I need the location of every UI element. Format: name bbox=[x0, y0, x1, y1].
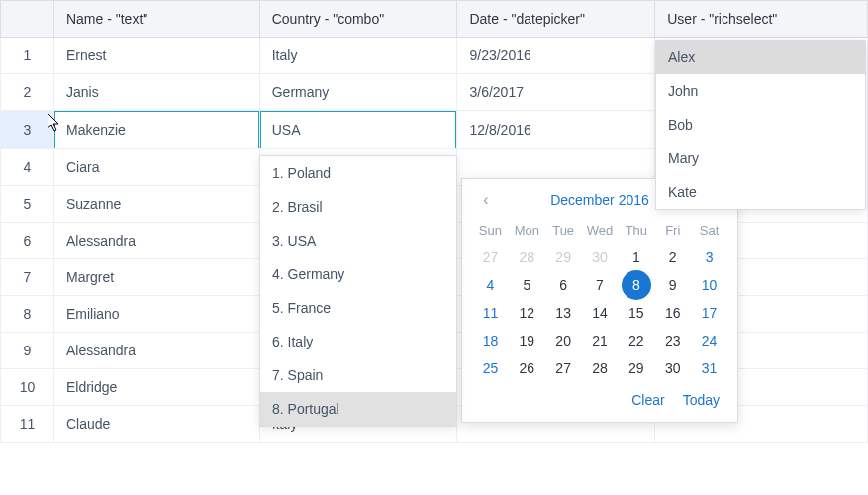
day-head: Wed bbox=[582, 217, 619, 244]
richselect-option[interactable]: Bob bbox=[656, 108, 865, 142]
name-cell[interactable]: Emiliano bbox=[53, 296, 259, 333]
day-cell[interactable]: 1 bbox=[618, 244, 654, 271]
name-cell[interactable]: Claude bbox=[53, 406, 259, 443]
name-cell[interactable]: Alessandra bbox=[53, 333, 259, 369]
day-head: Fri bbox=[654, 217, 691, 244]
day-cell[interactable]: 12 bbox=[509, 299, 545, 327]
richselect-option[interactable]: Kate bbox=[656, 175, 865, 209]
date-cell[interactable]: 9/23/2016 bbox=[457, 38, 655, 74]
row-number[interactable]: 1 bbox=[1, 38, 54, 74]
combo-list[interactable]: 1. Poland2. Brasil3. USA4. Germany5. Fra… bbox=[260, 156, 456, 426]
day-cell[interactable]: 18 bbox=[472, 327, 509, 354]
day-cell[interactable]: 14 bbox=[582, 299, 619, 327]
combo-option[interactable]: 7. Spain bbox=[260, 358, 456, 392]
day-cell[interactable]: 23 bbox=[654, 327, 691, 354]
day-cell[interactable]: 31 bbox=[691, 354, 727, 382]
richselect-popup: AlexJohnBobMaryKate bbox=[655, 40, 866, 210]
combo-option[interactable]: 1. Poland bbox=[260, 156, 456, 190]
day-cell[interactable]: 5 bbox=[509, 271, 545, 299]
header-num[interactable] bbox=[1, 1, 54, 38]
day-cell[interactable]: 10 bbox=[691, 271, 727, 299]
combo-option[interactable]: 6. Italy bbox=[260, 325, 456, 358]
day-cell[interactable]: 6 bbox=[545, 271, 582, 299]
day-cell[interactable]: 20 bbox=[545, 327, 582, 354]
day-cell[interactable]: 13 bbox=[545, 299, 582, 327]
name-cell[interactable]: Ciara bbox=[53, 149, 259, 186]
row-number[interactable]: 4 bbox=[1, 149, 54, 186]
header-row: Name - "text" Country - "combo" Date - "… bbox=[1, 1, 868, 38]
day-head: Tue bbox=[545, 217, 582, 244]
day-head: Sun bbox=[472, 217, 509, 244]
name-cell[interactable]: Janis bbox=[53, 74, 259, 111]
richselect-option[interactable]: Alex bbox=[656, 41, 865, 74]
row-number[interactable]: 7 bbox=[1, 259, 54, 296]
day-cell[interactable]: 8 bbox=[618, 271, 654, 299]
row-number[interactable]: 11 bbox=[1, 406, 54, 443]
datepicker-grid: SunMonTueWedThuFriSat2728293012345678910… bbox=[472, 217, 727, 382]
country-input[interactable] bbox=[260, 111, 457, 148]
combo-option[interactable]: 4. Germany bbox=[260, 257, 456, 291]
row-number[interactable]: 5 bbox=[1, 186, 54, 223]
richselect-option[interactable]: John bbox=[656, 74, 865, 108]
row-number[interactable]: 3 bbox=[1, 111, 54, 149]
datepicker-today-button[interactable]: Today bbox=[683, 392, 720, 408]
name-cell[interactable]: Eldridge bbox=[53, 369, 259, 406]
name-cell[interactable]: Alessandra bbox=[53, 223, 259, 259]
header-date[interactable]: Date - "datepicker" bbox=[457, 1, 655, 38]
day-head: Sat bbox=[691, 217, 727, 244]
day-cell[interactable]: 24 bbox=[691, 327, 727, 354]
day-cell[interactable]: 27 bbox=[545, 354, 582, 382]
day-cell[interactable]: 27 bbox=[472, 244, 509, 271]
day-cell[interactable]: 29 bbox=[545, 244, 582, 271]
combo-popup: 1. Poland2. Brasil3. USA4. Germany5. Fra… bbox=[259, 155, 457, 427]
day-cell[interactable]: 28 bbox=[509, 244, 545, 271]
day-cell[interactable]: 29 bbox=[618, 354, 654, 382]
name-cell[interactable] bbox=[53, 111, 259, 149]
row-number[interactable]: 6 bbox=[1, 223, 54, 259]
name-cell[interactable]: Suzanne bbox=[53, 186, 259, 223]
date-cell[interactable]: 12/8/2016 bbox=[457, 111, 655, 149]
day-head: Thu bbox=[618, 217, 654, 244]
day-cell[interactable]: 21 bbox=[582, 327, 619, 354]
day-cell[interactable]: 25 bbox=[472, 354, 509, 382]
date-cell[interactable]: 3/6/2017 bbox=[457, 74, 655, 111]
day-cell[interactable]: 2 bbox=[654, 244, 691, 271]
combo-option[interactable]: 8. Portugal bbox=[260, 392, 456, 426]
day-cell[interactable]: 3 bbox=[691, 244, 727, 271]
row-number[interactable]: 8 bbox=[1, 296, 54, 333]
datepicker-clear-button[interactable]: Clear bbox=[631, 392, 664, 408]
row-number[interactable]: 2 bbox=[1, 74, 54, 111]
datepicker-title[interactable]: December 2016 bbox=[550, 192, 649, 208]
day-cell[interactable]: 26 bbox=[509, 354, 545, 382]
name-input[interactable] bbox=[54, 111, 259, 148]
day-cell[interactable]: 30 bbox=[654, 354, 691, 382]
day-cell[interactable]: 15 bbox=[618, 299, 654, 327]
day-cell[interactable]: 9 bbox=[654, 271, 691, 299]
day-cell[interactable]: 7 bbox=[582, 271, 619, 299]
row-number[interactable]: 10 bbox=[1, 369, 54, 406]
day-cell[interactable]: 17 bbox=[691, 299, 727, 327]
day-cell[interactable]: 30 bbox=[582, 244, 619, 271]
day-cell[interactable]: 11 bbox=[472, 299, 509, 327]
richselect-option[interactable]: Mary bbox=[656, 142, 865, 175]
country-cell[interactable] bbox=[259, 111, 457, 149]
day-cell[interactable]: 19 bbox=[509, 327, 545, 354]
name-cell[interactable]: Margret bbox=[53, 259, 259, 296]
country-cell[interactable]: Italy bbox=[259, 38, 457, 74]
header-name[interactable]: Name - "text" bbox=[53, 1, 259, 38]
combo-option[interactable]: 2. Brasil bbox=[260, 190, 456, 224]
header-user[interactable]: User - "richselect" bbox=[655, 1, 868, 38]
datepicker-prev-icon[interactable]: ‹ bbox=[476, 191, 496, 209]
combo-option[interactable]: 5. France bbox=[260, 291, 456, 325]
combo-option[interactable]: 3. USA bbox=[260, 224, 456, 257]
day-cell[interactable]: 22 bbox=[618, 327, 654, 354]
header-country[interactable]: Country - "combo" bbox=[259, 1, 457, 38]
day-cell[interactable]: 16 bbox=[654, 299, 691, 327]
day-cell[interactable]: 4 bbox=[472, 271, 509, 299]
row-number[interactable]: 9 bbox=[1, 333, 54, 369]
name-cell[interactable]: Ernest bbox=[53, 38, 259, 74]
country-cell[interactable]: Germany bbox=[259, 74, 457, 111]
day-head: Mon bbox=[509, 217, 545, 244]
day-cell[interactable]: 28 bbox=[582, 354, 619, 382]
datepicker-popup: ‹ December 2016 › SunMonTueWedThuFriSat2… bbox=[461, 178, 738, 423]
